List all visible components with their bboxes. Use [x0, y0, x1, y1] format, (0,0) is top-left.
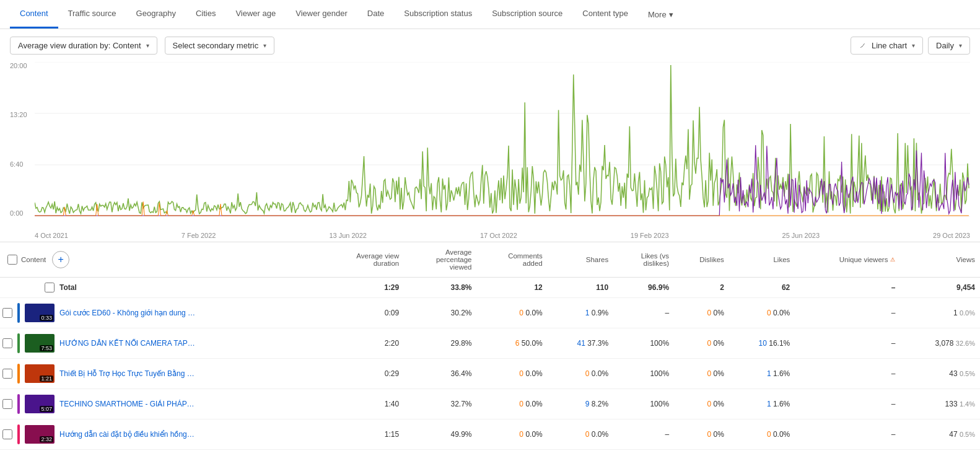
tab-subscription-status[interactable]: Subscription status [394, 0, 482, 29]
toolbar-right: ⟋ Line chart ▾ Daily ▾ [851, 37, 970, 55]
primary-metric-label: Average view duration by: Content [18, 41, 141, 50]
comments-count: 0 [519, 430, 523, 439]
video-title[interactable]: TECHINO SMARTHOME - GIẢI PHÁP THÔNG MINH… [59, 400, 196, 408]
row-avg-pct-viewed: 29.8% [404, 328, 476, 359]
row-checkbox[interactable] [2, 338, 12, 348]
chart-type-label: Line chart [872, 41, 907, 50]
th-views[interactable]: Views [900, 242, 980, 278]
likes-count: 10 [759, 339, 767, 348]
select-all-checkbox[interactable] [7, 255, 17, 265]
row-dislikes: 0 0% [674, 419, 729, 450]
period-chevron-icon: ▾ [959, 42, 962, 49]
data-table: Content + Average viewduration Averagepe… [0, 242, 980, 450]
shares-count: 9 [585, 400, 590, 408]
tab-traffic-source[interactable]: Traffic source [58, 0, 126, 29]
comments-count: 0 [519, 369, 523, 378]
video-duration: 5:07 [40, 406, 53, 412]
tab-viewer-age[interactable]: Viewer age [225, 0, 286, 29]
tab-geography[interactable]: Geography [126, 0, 186, 29]
th-avg-pct-viewed[interactable]: Averagepercentageviewed [404, 242, 476, 278]
tab-date[interactable]: Date [357, 0, 394, 29]
row-likes-vs-dislikes: 100% [613, 359, 674, 389]
secondary-metric-dropdown[interactable]: Select secondary metric ▾ [165, 37, 275, 55]
toolbar: Average view duration by: Content ▾ Sele… [0, 29, 980, 62]
row-avg-pct-viewed: 32.7% [404, 389, 476, 419]
row-avg-view-duration: 0:29 [320, 359, 404, 389]
row-content-cell: 1:21 Thiết Bị Hỗ Trợ Học Trực Tuyến Bằng… [0, 359, 320, 389]
comments-pct: 0.0% [525, 400, 542, 408]
row-checkbox[interactable] [2, 399, 12, 409]
tab-content[interactable]: Content [10, 0, 58, 29]
th-likes[interactable]: Likes [729, 242, 795, 278]
row-avg-view-duration: 2:20 [320, 328, 404, 359]
dislikes-count: 0 [707, 309, 711, 317]
row-likes-vs-dislikes: – [613, 298, 674, 328]
row-unique-viewers: – [795, 298, 900, 328]
tab-cities[interactable]: Cities [186, 0, 226, 29]
th-likes-label: Likes [773, 256, 790, 263]
shares-pct: 37.3% [587, 339, 608, 348]
warning-icon: ⚠ [890, 257, 895, 263]
row-avg-pct-viewed: 30.2% [404, 298, 476, 328]
toolbar-left: Average view duration by: Content ▾ Sele… [10, 37, 274, 55]
th-avg-view-duration[interactable]: Average viewduration [320, 242, 404, 278]
x-label-1: 7 Feb 2022 [182, 232, 216, 239]
comments-pct: 0.0% [525, 309, 542, 317]
row-content-cell: 0:33 Gói cước ED60 - Không giới hạn dung… [0, 298, 320, 328]
period-dropdown[interactable]: Daily ▾ [928, 37, 970, 55]
dislikes-count: 0 [707, 339, 711, 348]
th-likes-vs-dislikes[interactable]: Likes (vsdislikes) [613, 242, 674, 278]
chart-svg-area [35, 62, 970, 217]
video-title[interactable]: HƯỚNG DẪN KẾT NỐI CAMERA TAPO C200 VỚI Đ… [59, 339, 196, 348]
row-dislikes: 0 0% [674, 359, 729, 389]
primary-metric-dropdown[interactable]: Average view duration by: Content ▾ [10, 37, 157, 55]
row-likes-vs-dislikes: 100% [613, 328, 674, 359]
dislikes-pct: 0% [714, 309, 724, 317]
th-unique-viewers-label: Unique viewers [839, 256, 888, 263]
chart-type-dropdown[interactable]: ⟋ Line chart ▾ [851, 37, 923, 55]
row-views: 1 0.0% [900, 298, 980, 328]
row-checkbox[interactable] [2, 308, 12, 318]
comments-pct: 0.0% [525, 430, 542, 439]
add-column-button[interactable]: + [52, 251, 69, 268]
x-label-4: 19 Feb 2023 [631, 232, 669, 239]
shares-pct: 0.0% [592, 369, 608, 378]
tab-subscription-source[interactable]: Subscription source [482, 0, 572, 29]
row-checkbox[interactable] [2, 429, 12, 439]
video-title[interactable]: Thiết Bị Hỗ Trợ Học Trực Tuyến Bằng Chiế… [59, 369, 196, 378]
dislikes-pct: 0% [714, 430, 724, 439]
video-thumbnail: 1:21 [25, 364, 55, 383]
row-likes-vs-dislikes: – [613, 419, 674, 450]
total-row-checkbox[interactable] [45, 283, 55, 292]
row-avg-view-duration: 1:15 [320, 419, 404, 450]
likes-pct: 16.1% [769, 339, 790, 348]
total-views: 9,454 [900, 278, 980, 298]
video-duration: 7:53 [40, 345, 53, 351]
th-content: Content + [0, 242, 320, 278]
th-comments-added[interactable]: Commentsadded [477, 242, 548, 278]
video-title[interactable]: Hướng dẫn cài đặt bộ điều khiển hồng ngo… [59, 430, 196, 439]
row-likes: 0 0.0% [729, 298, 795, 328]
row-views: 133 1.4% [900, 389, 980, 419]
th-unique-viewers[interactable]: Unique viewers ⚠ [795, 242, 900, 278]
row-checkbox[interactable] [2, 369, 12, 379]
likes-pct: 1.6% [773, 400, 790, 408]
th-avg-view-duration-label: Average viewduration [356, 252, 399, 267]
video-thumbnail: 7:53 [25, 334, 55, 353]
video-title[interactable]: Gói cước ED60 - Không giới hạn dung lượn… [59, 309, 196, 317]
row-views: 43 0.5% [900, 359, 980, 389]
tab-viewer-gender[interactable]: Viewer gender [286, 0, 357, 29]
row-avg-pct-viewed: 49.9% [404, 419, 476, 450]
total-label-text: Total [59, 283, 77, 292]
tab-more[interactable]: More ▾ [638, 1, 683, 28]
y-label-1: 13:20 [10, 111, 35, 118]
th-dislikes[interactable]: Dislikes [674, 242, 729, 278]
likes-pct: 0.0% [773, 430, 790, 439]
row-content-cell: 7:53 HƯỚNG DẪN KẾT NỐI CAMERA TAPO C200 … [0, 328, 320, 359]
th-shares[interactable]: Shares [548, 242, 613, 278]
tab-content-type[interactable]: Content type [572, 0, 638, 29]
views-pct: 32.6% [956, 340, 975, 347]
th-views-label: Views [956, 256, 975, 263]
shares-pct: 8.2% [592, 400, 608, 408]
row-unique-viewers: – [795, 419, 900, 450]
